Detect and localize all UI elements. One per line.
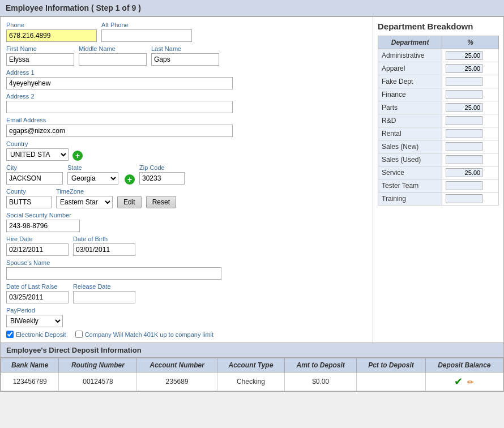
last-raise-input[interactable] [6,291,69,303]
dept-col-header: Department [378,36,442,49]
amt-deposit-cell: $0.00 [285,373,357,391]
add-state-button[interactable]: + [125,174,135,185]
deposit-section-title: Employee's Direct Deposit Information [1,343,503,358]
address2-input[interactable] [6,101,233,113]
account-number-cell: 235689 [137,373,217,391]
dept-pct-input[interactable] [446,129,482,138]
dept-pct-cell [442,192,499,206]
dept-pct-input[interactable] [446,142,482,151]
add-country-button[interactable]: + [72,151,83,161]
dept-pct-cell [442,88,499,101]
dept-table: Department % AdministrativeApparelFake D… [378,36,499,206]
match-401k-label: Company Will Match 401K up to company li… [85,331,213,338]
deposit-col-header: Bank Name [1,358,59,373]
middle-name-input[interactable] [79,53,147,66]
checkmark-icon: ✔ [454,376,463,387]
dept-pct-cell [442,114,499,127]
dept-name-cell: Administrative [378,49,442,62]
country-label: Country [6,140,69,147]
match-401k-checkbox-label[interactable]: Company Will Match 401K up to company li… [75,331,213,338]
dept-table-row: Sales (Used) [378,153,499,166]
alt-phone-input[interactable] [101,29,192,42]
dept-pct-cell [442,166,499,179]
edit-row-icon[interactable]: ✏ [467,378,474,387]
city-input[interactable] [6,172,63,185]
last-raise-label: Date of Last Raise [6,283,69,290]
dept-pct-cell [442,179,499,192]
dept-name-cell: Sales (New) [378,140,442,153]
deposit-col-header: Account Number [137,358,217,373]
electronic-deposit-checkbox[interactable] [6,331,14,338]
country-select[interactable]: UNITED STA [6,148,69,161]
first-name-input[interactable] [6,53,74,66]
city-label: City [6,164,63,171]
deposit-col-header: Account Type [217,358,284,373]
spouse-label: Spouse's Name [6,259,367,266]
last-name-input[interactable] [151,53,219,66]
electronic-deposit-label: Electronic Deposit [16,331,66,338]
dept-pct-input[interactable] [446,194,482,203]
edit-button[interactable]: Edit [117,196,142,208]
dept-pct-input[interactable] [446,51,482,60]
zip-input[interactable] [139,172,185,185]
dept-table-row: Fake Dept [378,75,499,88]
release-date-input[interactable] [73,291,135,303]
dept-pct-cell [442,62,499,75]
dept-name-cell: Fake Dept [378,75,442,88]
ssn-label: Social Security Number [6,212,367,219]
dept-pct-cell [442,49,499,62]
zip-label: Zip Code [139,164,185,171]
electronic-deposit-checkbox-label[interactable]: Electronic Deposit [6,331,66,338]
address1-input[interactable] [6,77,233,89]
hire-date-label: Hire Date [6,236,69,242]
timezone-select[interactable]: Eastern Star [56,196,113,208]
alt-phone-label: Alt Phone [101,22,192,28]
dept-table-row: Training [378,192,499,206]
middle-name-label: Middle Name [79,45,147,52]
dept-pct-input[interactable] [446,64,482,73]
dept-pct-input[interactable] [446,90,482,99]
county-input[interactable] [6,196,52,208]
dob-input[interactable] [73,243,135,256]
dept-pct-input[interactable] [446,155,482,164]
dept-name-cell: R&D [378,114,442,127]
dept-pct-input[interactable] [446,168,482,177]
dept-pct-cell [442,140,499,153]
address2-label: Address 2 [6,93,367,100]
deposit-table-row: 12345678900124578235689Checking$0.00✔✏ [1,373,503,391]
dept-pct-input[interactable] [446,181,482,190]
reset-button[interactable]: Reset [146,196,176,208]
phone-input[interactable] [6,29,97,42]
deposit-col-header: Amt to Deposit [285,358,357,373]
hire-date-input[interactable] [6,243,69,256]
dept-table-row: Finance [378,88,499,101]
match-401k-checkbox[interactable] [75,331,83,338]
state-select[interactable]: Georgia [67,172,118,185]
payperiod-select[interactable]: BiWeekly [6,315,63,327]
dept-pct-cell [442,101,499,114]
account-type-cell: Checking [217,373,284,391]
deposit-balance-cell[interactable]: ✔✏ [425,373,503,391]
dept-pct-cell [442,75,499,88]
dept-pct-input[interactable] [446,103,482,112]
dept-table-row: Administrative [378,49,499,62]
email-label: Email Address [6,117,367,123]
spouse-input[interactable] [6,267,221,280]
email-input[interactable] [6,125,233,137]
payperiod-label: PayPeriod [6,307,367,314]
last-name-label: Last Name [151,45,219,52]
dept-table-row: Tester Team [378,179,499,192]
dept-name-cell: Finance [378,88,442,101]
dept-table-row: Rental [378,127,499,140]
dept-pct-input[interactable] [446,77,482,86]
ssn-input[interactable] [6,220,80,232]
dept-pct-input[interactable] [446,116,482,125]
dept-table-row: Apparel [378,62,499,75]
deposit-col-header: Routing Number [59,358,137,373]
state-label: State [67,164,118,171]
dept-table-row: R&D [378,114,499,127]
deposit-col-header: Deposit Balance [425,358,503,373]
dept-name-cell: Tester Team [378,179,442,192]
dob-label: Date of Birth [73,236,135,242]
dept-name-cell: Rental [378,127,442,140]
